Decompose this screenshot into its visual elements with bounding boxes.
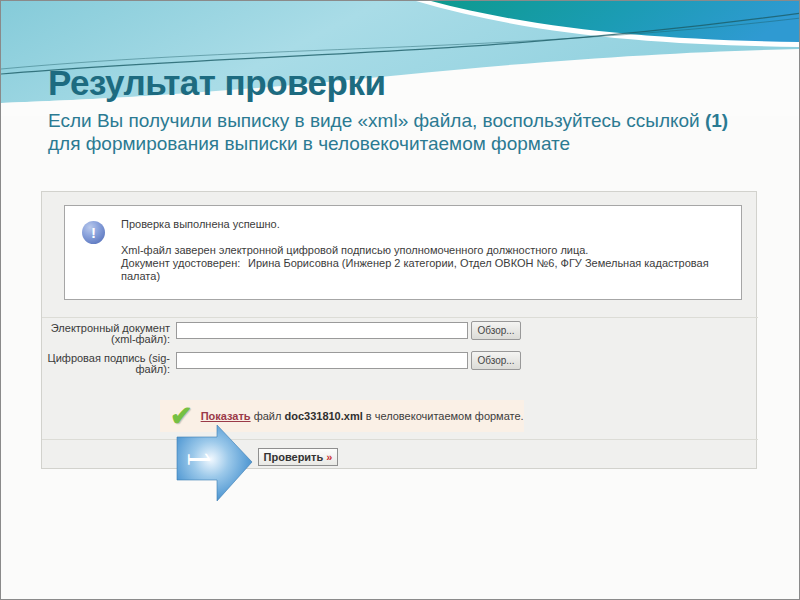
sig-file-label: Цифровая подпись (sig-файл): xyxy=(42,351,170,375)
callout-number: 1 xyxy=(181,450,216,469)
notice-tail: в человекочитаемом формате. xyxy=(366,410,524,422)
notice-file-name: doc331810.xml xyxy=(284,410,362,422)
separator-line xyxy=(42,317,758,318)
xml-browse-button[interactable]: Обзор... xyxy=(471,321,521,340)
title-block: Результат проверки Если Вы получили выпи… xyxy=(48,63,760,155)
subtitle-link-ref: (1) xyxy=(705,110,728,131)
xml-file-label-line2: (xml-файл): xyxy=(111,333,170,345)
status-message: Проверка выполнена успешно. xyxy=(121,218,727,231)
xml-file-row: Электронный документ(xml-файл): Обзор... xyxy=(42,321,521,345)
subtitle-text: Если Вы получили выписку в виде «xml» фа… xyxy=(48,110,700,131)
certified-label: Документ удостоверен: xyxy=(121,257,248,270)
subtitle-text-line2: для формирования выписки в человекочитае… xyxy=(48,133,570,154)
verify-label: Проверить xyxy=(264,451,324,463)
status-box: ! Проверка выполнена успешно. Xml-файл з… xyxy=(64,205,742,300)
xml-file-label: Электронный документ(xml-файл): xyxy=(42,321,170,345)
verification-form-screenshot: ! Проверка выполнена успешно. Xml-файл з… xyxy=(41,191,757,469)
xml-file-input[interactable] xyxy=(176,322,468,339)
notice-word-file: файл xyxy=(254,410,282,422)
info-icon: ! xyxy=(82,221,105,244)
sig-browse-button[interactable]: Обзор... xyxy=(471,351,521,370)
page-title: Результат проверки xyxy=(48,63,760,103)
status-detail: Xml-файл заверен электронной цифровой по… xyxy=(121,244,727,257)
verify-chevron: » xyxy=(326,451,332,463)
status-certified-row: Документ удостоверен:Ирина Борисовна (Ин… xyxy=(121,257,727,283)
separator-line-2 xyxy=(42,439,758,440)
sig-file-row: Цифровая подпись (sig-файл): Обзор... xyxy=(42,351,521,375)
sig-file-label-line2: файл): xyxy=(136,363,170,375)
page-subtitle: Если Вы получили выписку в виде «xml» фа… xyxy=(48,109,760,155)
show-link[interactable]: Показать xyxy=(201,410,251,422)
status-text-block: Проверка выполнена успешно. Xml-файл зав… xyxy=(121,218,727,283)
callout-arrow-1: 1 xyxy=(176,423,256,503)
presentation-slide: Результат проверки Если Вы получили выпи… xyxy=(0,0,800,600)
sig-file-input[interactable] xyxy=(176,352,468,369)
notice-text: Показать файл doc331810.xml в человекочи… xyxy=(201,410,524,422)
verify-button[interactable]: Проверить » xyxy=(258,448,338,466)
